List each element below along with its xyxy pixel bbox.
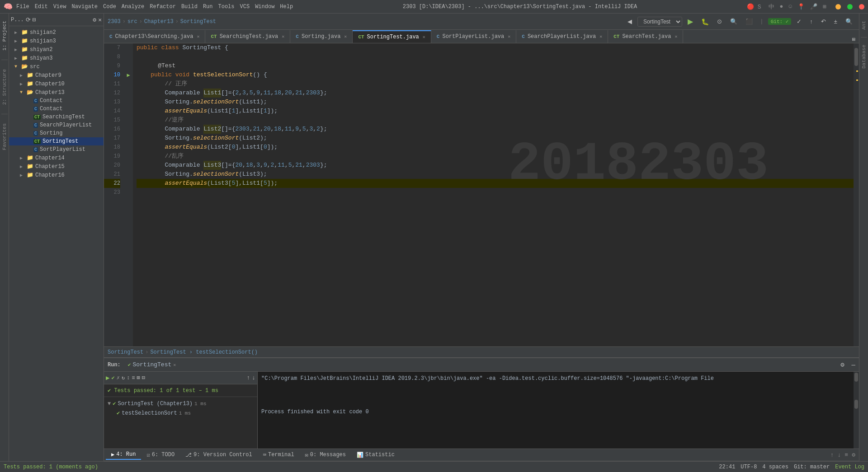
maximize-button[interactable] <box>847 4 853 9</box>
tab-close-icon[interactable]: ✕ <box>344 34 347 39</box>
indent-indicator[interactable]: 4 spaces <box>762 464 788 470</box>
test-item-testselection[interactable]: ✔ testSelectionSort 1 ms <box>104 408 257 418</box>
tree-item-sorting[interactable]: C Sorting <box>9 129 104 137</box>
tree-item-chapter16[interactable]: ▶ 📁 Chapter16 <box>9 171 104 179</box>
test-item-sortingtest[interactable]: ▼ ✔ SortingTest (Chapter13) 1 ms <box>104 399 257 408</box>
breadcrumb-src[interactable]: src <box>127 19 137 25</box>
breadcrumb-chapter13[interactable]: Chapter13 <box>144 19 174 25</box>
run-settings-btn[interactable]: ⚙ <box>840 361 844 369</box>
run-pin-btn[interactable]: — <box>852 361 855 369</box>
tab-close-icon[interactable]: ✕ <box>282 34 284 39</box>
git-push-btn[interactable]: ↑ <box>807 17 816 26</box>
breadcrumb-project[interactable]: 2303 <box>108 19 121 25</box>
line-col-indicator[interactable]: 22:41 <box>719 464 735 470</box>
output-scrollbar[interactable] <box>854 372 859 449</box>
encoding-indicator[interactable]: UTF-8 <box>741 464 757 470</box>
run-btn[interactable]: ▶ <box>685 16 696 27</box>
sidebar-settings-btn[interactable]: ⚙ <box>93 16 96 23</box>
run-gutter-icon[interactable]: ▶ <box>127 72 130 79</box>
status-tab-vc[interactable]: ⎇ 9: Version Control <box>180 451 258 459</box>
tab-close-icon[interactable]: ✕ <box>197 34 199 39</box>
back-btn[interactable]: ◀ <box>625 17 635 26</box>
project-panel-label[interactable]: 1: Project <box>1 17 8 54</box>
database-label[interactable]: Database <box>860 41 868 72</box>
structure-panel-label[interactable]: 2: Structure <box>1 65 8 108</box>
test-collapse-btn[interactable]: ⊟ <box>142 374 145 381</box>
menu-item-help[interactable]: Help <box>280 4 293 10</box>
breadcrumb-file[interactable]: SortingTest <box>180 19 216 25</box>
tab-close-icon[interactable]: ✕ <box>423 34 425 40</box>
menu-item-build[interactable]: Build <box>181 4 198 10</box>
tab-close-icon[interactable]: ✕ <box>599 34 602 39</box>
tree-item-sortingtest[interactable]: CT SortingTest <box>9 137 104 145</box>
tab-searchingtest-java[interactable]: CT SearchingTest.java ✕ <box>205 30 290 43</box>
test-sort-btn[interactable]: ↕ <box>127 375 130 381</box>
menu-item-analyze[interactable]: Analyze <box>122 4 144 10</box>
git-diff-btn[interactable]: ± <box>831 17 840 26</box>
menu-item-tools[interactable]: Tools <box>218 4 235 10</box>
debug-btn[interactable]: 🐛 <box>698 17 712 26</box>
split-editor-btn[interactable]: ⊞ <box>849 36 859 43</box>
close-button[interactable] <box>859 4 864 9</box>
ant-label[interactable]: Ant <box>860 17 868 33</box>
code-content[interactable]: public class SortingTest { @Test public … <box>133 43 859 346</box>
menu-item-vcs[interactable]: VCS <box>240 4 250 10</box>
test-rerun-btn[interactable]: ↻ <box>122 374 125 381</box>
test-expand-btn[interactable]: ⊞ <box>137 374 140 381</box>
sidebar-sync-btn[interactable]: ⟳ <box>26 16 31 23</box>
run-tab-close-icon[interactable]: ✕ <box>173 362 176 368</box>
tab-searching-java[interactable]: C Chapter13\Searching.java ✕ <box>104 30 205 43</box>
tab-sorting-java[interactable]: C Sorting.java ✕ <box>290 30 353 43</box>
code-editor[interactable]: 7 8 9 10 11 12 13 14 15 16 17 18 19 20 2… <box>104 43 859 346</box>
menu-item-file[interactable]: File <box>16 4 29 10</box>
event-log-btn[interactable]: Event Log <box>835 464 864 470</box>
search-everywhere-btn[interactable]: 🔍 <box>843 17 855 26</box>
panel-resize-up[interactable]: ↑ <box>829 452 836 458</box>
sidebar-close-btn[interactable]: ✕ <box>98 16 102 23</box>
tree-item-searchplayerlist[interactable]: C SearchPlayerList <box>9 121 104 129</box>
profile-btn[interactable]: 🔍 <box>727 17 740 26</box>
tab-close-icon[interactable]: ✕ <box>675 34 677 39</box>
tree-item-contact[interactable]: C Contact <box>9 97 104 105</box>
minimize-button[interactable] <box>835 4 841 9</box>
test-filter-btn[interactable]: ≡ <box>132 375 135 381</box>
status-tab-statistic[interactable]: 📊 Statistic <box>351 451 400 459</box>
tree-item-shijian2[interactable]: ▶ 📁 shijian2 <box>9 28 104 37</box>
menu-item-view[interactable]: View <box>53 4 66 10</box>
breadcrumb-class[interactable]: SortingTest <box>108 349 143 355</box>
tree-item-shiyan3[interactable]: ▶ 📁 shiyan3 <box>9 54 104 62</box>
menu-item-edit[interactable]: Edit <box>35 4 48 10</box>
test-run-btn[interactable]: ▶ <box>106 374 109 382</box>
menu-item-navigate[interactable]: Navigate <box>71 4 98 10</box>
git-update-btn[interactable]: ✓ <box>794 17 804 26</box>
favorites-panel-label[interactable]: Favorites <box>1 120 8 154</box>
status-tab-run[interactable]: ▶ 4: Run <box>106 450 141 460</box>
panel-resize-down[interactable]: ↓ <box>836 452 843 458</box>
menu-item-refactor[interactable]: Refactor <box>150 4 176 10</box>
menu-item-window[interactable]: Window <box>255 4 274 10</box>
sidebar-collapse-btn[interactable]: ⊟ <box>33 16 36 23</box>
panel-settings-btn[interactable]: ⚙ <box>850 451 857 458</box>
panel-wrap-btn[interactable]: ≡ <box>843 452 850 458</box>
tree-item-searchingtest[interactable]: CT SearchingTest <box>9 113 104 121</box>
status-tab-terminal[interactable]: ⌨ Terminal <box>258 451 300 459</box>
menu-item-code[interactable]: Code <box>103 4 116 10</box>
editor-scrollbar[interactable] <box>854 43 859 346</box>
tree-item-src[interactable]: ▼ 📂 src <box>9 62 104 71</box>
tree-item-chapter15[interactable]: ▶ 📁 Chapter15 <box>9 162 104 171</box>
status-tab-messages[interactable]: ✉ 0: Messages <box>300 451 351 459</box>
git-rollback-btn[interactable]: ↶ <box>818 17 829 26</box>
run-with-coverage-btn[interactable]: ⊙ <box>714 17 725 26</box>
tree-item-shiyan2[interactable]: ▶ 📁 shiyan2 <box>9 45 104 54</box>
tree-item-chapter14[interactable]: ▶ 📁 Chapter14 <box>9 154 104 162</box>
tree-item-shijian3[interactable]: ▶ 📁 shijian3 <box>9 37 104 45</box>
menu-item-run[interactable]: Run <box>203 4 213 10</box>
tree-item-chapter13[interactable]: ▼ 📂 Chapter13 <box>9 88 104 97</box>
run-tab-sortingtest[interactable]: ✔ SortingTest ✕ <box>124 358 179 372</box>
tab-searchplayerlist-java[interactable]: C SearchPlayerList.java ✕ <box>516 30 608 43</box>
sidebar-toolbar-btn-1[interactable]: P... <box>11 17 24 23</box>
test-up-btn[interactable]: ↑ <box>246 374 250 381</box>
status-tab-todo[interactable]: ☑ 6: TODO <box>141 451 180 459</box>
tree-item-searching[interactable]: C Contact <box>9 105 104 113</box>
git-branch-indicator[interactable]: Git: master <box>794 464 830 470</box>
